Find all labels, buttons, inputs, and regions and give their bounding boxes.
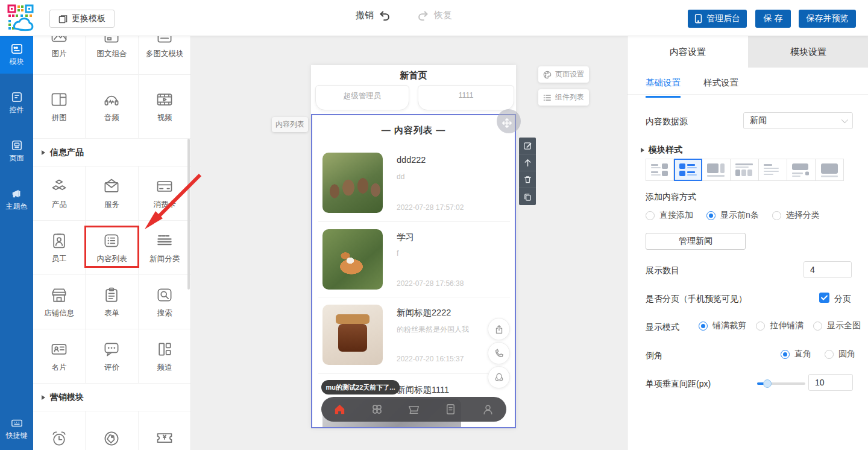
style-option-4[interactable] — [731, 159, 759, 181]
component-list-button[interactable]: 组件列表 — [538, 89, 589, 106]
page-settings-button[interactable]: 页面设置 — [538, 66, 589, 83]
module-cell-search[interactable]: 搜索 — [139, 275, 191, 329]
undo-button[interactable]: 撤销 — [356, 8, 391, 22]
module-cell-product[interactable]: 产品 — [33, 166, 86, 221]
redo-button[interactable]: 恢复 — [417, 8, 452, 22]
phone-tab-1111[interactable]: 1111 — [418, 85, 514, 110]
coupon-icon — [156, 429, 174, 448]
rail-item-theme-color[interactable]: 主题色 — [0, 181, 33, 218]
radio-icon — [646, 211, 655, 220]
save-preview-button[interactable]: 保存并预览 — [799, 10, 856, 28]
qq-icon — [494, 372, 505, 383]
radio-choose-category[interactable]: 选择分类 — [772, 210, 820, 221]
datasource-value: 新闻 — [750, 115, 767, 126]
module-cell-label: 新闻分类 — [149, 254, 180, 264]
module-cell-consume-card[interactable]: 消费卡 — [139, 166, 191, 221]
move-up-button[interactable] — [519, 154, 536, 171]
share-float-button[interactable] — [488, 318, 510, 340]
tab-content-settings[interactable]: 内容设置 — [627, 36, 748, 68]
module-tag-label: 内容列表 — [272, 117, 308, 132]
rail-label: 页面 — [10, 153, 24, 163]
module-cell-multi-image-text[interactable]: 多图文模块 — [139, 36, 191, 75]
style-option-2-selected[interactable] — [674, 159, 702, 181]
profile-nav-icon[interactable] — [481, 402, 495, 416]
rail-item-controls[interactable]: 控件 — [0, 84, 33, 122]
module-cell-shop-info[interactable]: 店铺信息 — [33, 275, 86, 329]
module-cell-review[interactable]: 评价 — [86, 329, 138, 384]
module-cell-video[interactable]: 视频 — [139, 75, 191, 139]
module-cell-image-text[interactable]: 图文组合 — [86, 36, 138, 75]
module-cell-content-list[interactable]: 内容列表 — [86, 221, 138, 275]
rail-item-shortcuts[interactable]: 快捷键 — [0, 410, 33, 448]
save-button[interactable]: 保 存 — [755, 10, 791, 28]
module-cell-audio[interactable]: 音频 — [86, 75, 138, 139]
rail-item-pages[interactable]: 页面 — [0, 133, 33, 170]
module-cell-tag[interactable] — [86, 411, 138, 450]
rail-item-modules[interactable]: 模块 — [0, 36, 33, 74]
module-cell-service[interactable]: 服务 — [86, 166, 138, 221]
style-option-6[interactable] — [787, 159, 816, 181]
news-item[interactable]: 新闻标题2222 的粉丝果然是外国人我 2022-07-20 16:15:37 — [312, 115, 515, 176]
orders-nav-icon[interactable] — [444, 402, 458, 416]
divider — [318, 373, 510, 374]
radio-direct-add[interactable]: 直接添加 — [646, 210, 693, 221]
style-option-7[interactable] — [816, 159, 844, 181]
tab-module-settings[interactable]: 模块设置 — [748, 36, 868, 68]
cart-nav-icon[interactable] — [407, 402, 421, 416]
section-marketing[interactable]: 营销模块 — [33, 384, 191, 411]
style-option-3[interactable] — [702, 159, 731, 181]
radio-show-full[interactable]: 显示全图 — [813, 320, 861, 331]
delete-module-button[interactable] — [519, 171, 536, 188]
phone-call-float-button[interactable] — [488, 342, 510, 364]
phone-bottom-nav — [321, 397, 506, 422]
datasource-select[interactable]: 新闻 — [743, 112, 853, 129]
phone-icon — [494, 348, 505, 359]
phone-tab-admin[interactable]: 超级管理员 — [315, 85, 409, 110]
canvas-area: 内容列表 页面设置 组件列表 新首页 超级管理员 — [191, 36, 627, 450]
radio-right-angle[interactable]: 直角 — [781, 349, 811, 360]
share-icon — [494, 324, 505, 335]
slider-knob[interactable] — [763, 379, 772, 388]
module-style-header[interactable]: 模块样式 — [641, 145, 682, 156]
news-item-title: 新闻标题1111 — [397, 384, 449, 396]
module-cell-coupon[interactable] — [139, 411, 191, 450]
marketing-module-grid — [33, 411, 191, 450]
copy-module-button[interactable] — [519, 188, 536, 205]
radio-fill-crop[interactable]: 铺满裁剪 — [699, 320, 746, 331]
device-icon — [694, 14, 702, 24]
topbar: 更换模板 撤销 恢复 管理后台 保 存 保存并预览 — [0, 0, 868, 36]
section-info-products[interactable]: 信息产品 — [33, 139, 191, 166]
radio-stretch-fill[interactable]: 拉伸铺满 — [756, 320, 804, 331]
module-drag-handle[interactable] — [497, 109, 521, 133]
apps-nav-icon[interactable] — [370, 402, 384, 416]
spacing-slider[interactable] — [757, 382, 805, 385]
radio-show-first-n[interactable]: 显示前n条 — [706, 210, 759, 221]
module-cell-business-card[interactable]: 名片 — [33, 329, 86, 384]
rail-label: 模块 — [10, 57, 24, 67]
datasource-label: 内容数据源 — [646, 116, 688, 127]
display-count-input[interactable] — [804, 261, 852, 278]
admin-backend-button[interactable]: 管理后台 — [688, 10, 747, 28]
module-cell-alarm[interactable] — [33, 411, 86, 450]
content-list-icon — [102, 232, 121, 250]
edit-module-button[interactable] — [519, 138, 536, 154]
style-option-5[interactable] — [759, 159, 787, 181]
radio-rounded[interactable]: 圆角 — [825, 349, 855, 360]
spacing-input[interactable] — [808, 374, 853, 391]
section-caret-icon — [641, 148, 644, 153]
module-cell-image[interactable]: 图片 — [33, 36, 86, 75]
qq-float-button[interactable] — [488, 366, 510, 388]
home-nav-icon[interactable] — [333, 402, 347, 416]
module-cell-form[interactable]: 表单 — [86, 275, 138, 329]
rail-label: 控件 — [10, 105, 24, 115]
module-cell-news-category[interactable]: 新闻分类 — [139, 221, 191, 275]
paging-checkbox[interactable] — [819, 293, 829, 303]
change-template-button[interactable]: 更换模板 — [49, 10, 115, 28]
save-label: 保 存 — [764, 13, 783, 24]
style-option-1[interactable] — [646, 159, 674, 181]
module-cell-collage[interactable]: 拼图 — [33, 75, 86, 139]
manage-news-button[interactable]: 管理新闻 — [646, 233, 746, 250]
module-cell-channel[interactable]: 频道 — [139, 329, 191, 384]
panel-scrollbar[interactable] — [187, 139, 190, 290]
module-cell-staff[interactable]: 员工 — [33, 221, 86, 275]
